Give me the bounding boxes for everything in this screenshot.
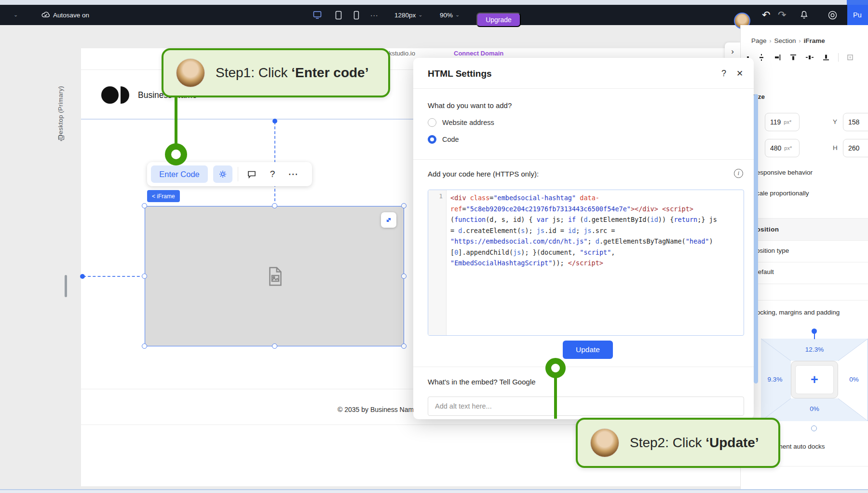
enter-code-button[interactable]: Enter Code [151,165,208,183]
code-content[interactable]: <div class="embedsocial-hashtag" data-re… [447,190,744,335]
breadcrumb-iframe[interactable]: iFrame [804,37,825,44]
dock-pin[interactable] [812,329,817,334]
resize-handle-ne[interactable] [401,203,407,208]
enter-code-label: Enter Code [159,170,199,179]
device-desktop-button[interactable] [312,5,322,25]
alt-text-input[interactable] [428,397,744,416]
device-mobile-button[interactable] [353,5,359,25]
upgrade-button[interactable]: Upgrade [476,13,521,27]
dock-top-value[interactable]: 12.3% [791,346,838,353]
dialog-divider [413,367,754,367]
dock-right-value[interactable]: 0% [843,376,865,383]
settings-button[interactable] [213,165,232,183]
dock-bottom-anchor[interactable] [811,425,817,431]
notifications-button[interactable] [800,5,809,25]
chevron-down-icon: ⌄ [14,13,18,17]
update-button[interactable]: Update [563,341,613,359]
y-field-label: Y [833,118,837,125]
zoom-dropdown[interactable]: 90% ⌄ [440,5,460,25]
main-menu-caret[interactable]: ⌄ [14,5,18,25]
close-icon[interactable]: ✕ [736,68,743,79]
y-field[interactable]: 158 [843,113,868,131]
dock-center-box[interactable]: + [791,361,838,398]
resize-handle-w[interactable] [142,274,147,279]
step1-text: Step1: Click ‘Enter code’ [216,65,368,81]
radio-code[interactable]: Code [428,135,459,144]
panel-divider [740,262,868,262]
dialog-divider [413,88,754,89]
iframe-element[interactable] [145,206,404,346]
undo-button[interactable]: ↶ [762,5,771,25]
device-tablet-button[interactable] [335,5,342,25]
step1-avatar [176,58,205,87]
resize-handle-n[interactable] [272,203,277,208]
publish-button[interactable]: Pu [847,5,868,25]
spacing-icon[interactable] [847,54,854,61]
radio-website-address[interactable]: Website address [428,118,494,127]
center-vertical-icon[interactable] [805,54,814,61]
dock-left-value[interactable]: 9.3% [763,376,787,383]
code-section-label: Add your code here (HTTPS only): [428,170,539,178]
section-left-handle[interactable] [80,274,85,279]
window-top-strip [0,0,868,5]
iframe-element-badge[interactable]: < iFrame [147,190,180,202]
breakpoint-label[interactable]: Desktop (Primary) [57,62,64,139]
code-editor[interactable]: 1 <div class="embedsocial-hashtag" data-… [428,190,744,336]
more-devices-button[interactable]: ··· [370,5,379,25]
site-url-text: kstudio.io [389,50,415,57]
step1-prefix: Step1: Click [216,65,291,80]
undo-icon: ↶ [762,9,771,21]
connect-domain-link[interactable]: Connect Domain [454,50,503,57]
expand-element-button[interactable] [381,212,396,228]
dock-add-button[interactable]: + [795,365,834,394]
resize-handle-sw[interactable] [142,343,147,349]
responsive-behavior-label: Responsive behavior [752,169,813,176]
canvas-width-dropdown[interactable]: 1280px ⌄ [394,5,423,25]
h-field[interactable]: 260 [843,139,868,157]
step2-callout: Step2: Click ‘Update’ [576,418,780,468]
preview-button[interactable] [827,5,838,25]
breadcrumb-section[interactable]: Section [774,37,796,44]
alignment-toolbar [742,53,868,62]
resize-handle-nw[interactable] [142,203,147,208]
comment-bubble-icon [247,170,257,179]
step2-target-marker [545,358,566,378]
comments-button[interactable] [244,170,260,179]
redo-button[interactable]: ↷ [778,5,787,25]
autosave-status[interactable]: Autosave on [41,5,89,25]
step1-target-marker [165,143,187,165]
align-bottom-icon[interactable] [822,54,830,61]
more-actions-button[interactable]: ⋯ [285,168,301,180]
breadcrumb-page[interactable]: Page [751,37,767,44]
height-value: 480 [770,144,781,152]
iframe-badge-label: < iFrame [152,193,175,200]
step1-action: ‘Enter code’ [291,65,368,80]
align-right-icon[interactable] [773,54,781,61]
dialog-help-icon[interactable]: ? [721,68,726,79]
update-label: Update [576,345,600,354]
resize-handle-e[interactable] [401,274,407,279]
line-number: 1 [439,192,443,200]
resize-handle-se[interactable] [401,343,407,349]
dock-bottom-value[interactable]: 0% [791,405,838,412]
height-field[interactable]: 480 px* [765,139,800,157]
distribute-vertical-icon[interactable] [758,54,765,61]
panel-scrollbar[interactable] [754,94,758,383]
step2-avatar [590,428,619,457]
help-button[interactable]: ? [265,169,280,179]
ellipsis-icon: ⋯ [288,168,298,179]
autosave-label: Autosave on [53,12,89,19]
scale-proportionally-label[interactable]: Scale proportionally [752,190,809,197]
align-top-icon[interactable] [789,54,797,61]
left-scroll-indicator[interactable] [65,275,67,297]
section-top-handle[interactable] [272,119,277,123]
resize-handle-s[interactable] [272,343,277,349]
logo-circle-shape [101,86,119,104]
toolbar-separator [838,53,839,62]
width-field[interactable]: 119 px* [765,113,800,131]
preview-eye-icon [827,10,838,20]
element-action-bar: Enter Code ? ⋯ [147,162,312,186]
step1-callout: Step1: Click ‘Enter code’ [162,48,390,97]
info-icon[interactable]: i [734,169,743,178]
publish-label: Pu [853,11,862,19]
